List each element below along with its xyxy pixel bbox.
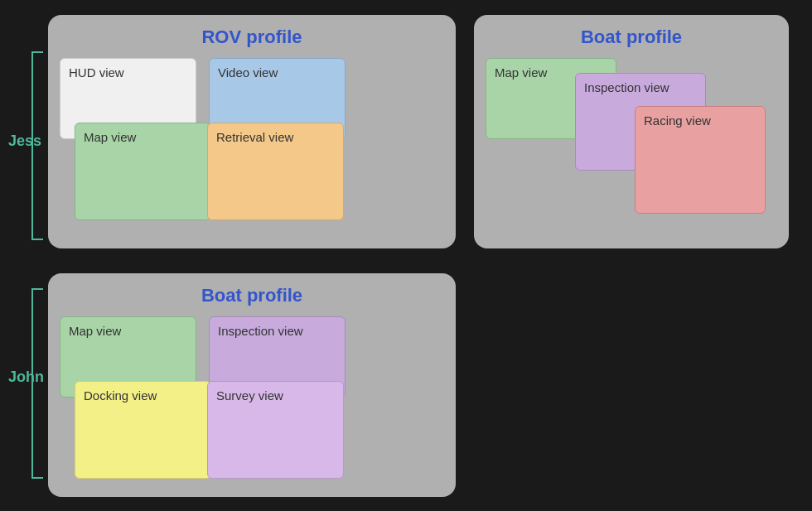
jess-bracket — [31, 51, 43, 240]
boat-profile-jess-container: Boat profile Map view Inspection view Ra… — [474, 15, 789, 248]
map-view-rov-box: Map view — [75, 123, 211, 220]
retrieval-view-box: Retrieval view — [207, 123, 344, 220]
racing-view-jess-box: Racing view — [635, 106, 766, 214]
survey-view-john-box: Survey view — [207, 381, 344, 479]
rov-profile-container: ROV profile HUD view Video view Map view… — [48, 15, 456, 248]
rov-views-grid: HUD view Video view Map view Retrieval v… — [60, 58, 444, 232]
docking-view-john-box: Docking view — [75, 381, 211, 479]
boat-profile-john-title: Boat profile — [60, 285, 444, 306]
boat-john-views-grid: Map view Inspection view Docking view Su… — [60, 316, 444, 482]
scene: Jess ROV profile HUD view Video view Map… — [0, 0, 812, 511]
boat-profile-john-container: Boat profile Map view Inspection view Do… — [48, 273, 456, 497]
john-bracket — [31, 288, 43, 479]
rov-profile-title: ROV profile — [60, 27, 444, 48]
boat-jess-views-grid: Map view Inspection view Racing view — [486, 58, 777, 232]
boat-profile-jess-title: Boat profile — [486, 27, 777, 48]
